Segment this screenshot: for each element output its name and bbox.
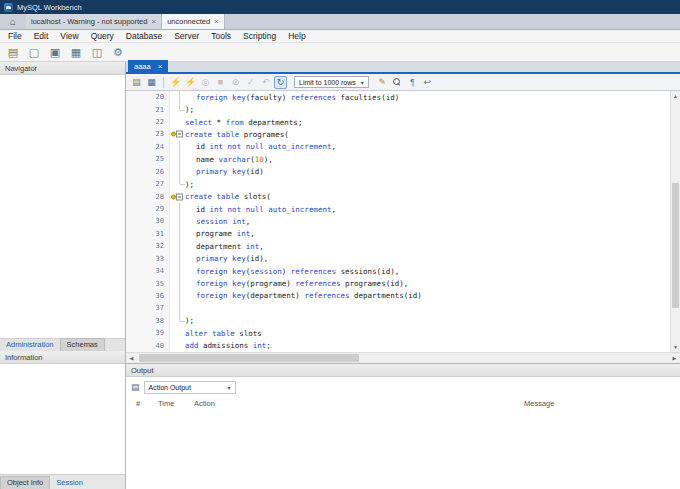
code-token: , <box>250 229 255 238</box>
vertical-scroll-thumb[interactable] <box>672 183 679 308</box>
fold-line <box>179 240 180 252</box>
code-line[interactable]: 21); <box>126 103 670 115</box>
code-token: session <box>250 267 282 276</box>
code-token: add <box>185 341 199 350</box>
preferences-icon[interactable]: ⚙ <box>111 47 125 58</box>
navigator-body[interactable] <box>0 75 125 338</box>
action-output-dropdown[interactable]: Action Output ▾ <box>144 381 236 394</box>
open-script-icon[interactable]: ▤ <box>130 76 143 89</box>
horizontal-scroll-track[interactable] <box>137 353 669 363</box>
menu-file[interactable]: File <box>2 31 28 41</box>
code-token: foreign key <box>196 267 246 276</box>
output-column-num: # <box>136 399 158 408</box>
execute-icon[interactable]: ⚡ <box>169 76 182 89</box>
limit-rows-dropdown[interactable]: Limit to 1000 rows▾ <box>294 76 369 88</box>
code-token: sessions(id), <box>336 267 399 276</box>
fold-collapse-icon[interactable] <box>176 193 183 200</box>
server-status-icon[interactable]: ◫ <box>90 47 104 58</box>
sidebar-tab-administration[interactable]: Administration <box>0 339 60 351</box>
menu-query[interactable]: Query <box>85 31 120 41</box>
code-line[interactable]: 36foreign key(department) references dep… <box>126 290 670 302</box>
code-line[interactable]: 31programe int, <box>126 228 670 240</box>
horizontal-scroll-thumb[interactable] <box>139 354 359 362</box>
code-line[interactable]: 25name varchar(10), <box>126 153 670 165</box>
code-token: int <box>237 229 251 238</box>
close-tab-icon[interactable]: × <box>151 17 156 26</box>
menu-help[interactable]: Help <box>282 31 311 41</box>
open-sql-script-icon[interactable]: ▢ <box>27 47 41 58</box>
code-token: * <box>212 118 226 127</box>
code-line[interactable]: 24id int not null auto_increment, <box>126 141 670 153</box>
menu-server[interactable]: Server <box>168 31 205 41</box>
code-line[interactable]: 34foreign key(session) references sessio… <box>126 265 670 277</box>
code-line[interactable]: 32department int, <box>126 240 670 252</box>
code-line[interactable]: 26primary key(id) <box>126 166 670 178</box>
fold-collapse-icon[interactable] <box>176 131 183 138</box>
code-lines[interactable]: 20foreign key(faculty) references facult… <box>126 91 670 352</box>
vertical-scroll-track[interactable] <box>671 101 680 342</box>
code-line[interactable]: 38); <box>126 315 670 327</box>
code-token: (id), <box>246 254 269 263</box>
fold-margin <box>170 290 185 302</box>
sidebar-tab-schemas[interactable]: Schemas <box>60 338 105 351</box>
create-schema-icon[interactable]: ▣ <box>48 47 62 58</box>
code-line[interactable]: 30session int, <box>126 215 670 227</box>
create-table-icon[interactable]: ▦ <box>69 47 83 58</box>
editor-tab-aaaa[interactable]: aaaa × <box>128 60 168 72</box>
line-number: 26 <box>126 166 170 178</box>
fold-margin <box>170 203 185 215</box>
code-token: faculties(id) <box>336 93 399 102</box>
line-number: 31 <box>126 228 170 240</box>
code-token: primary key <box>196 254 246 263</box>
sidebar-tab-session[interactable]: Session <box>50 477 89 489</box>
horizontal-scrollbar[interactable]: ◀ ▶ <box>126 352 680 363</box>
home-tab[interactable]: ⌂ <box>0 14 26 29</box>
code-text: create table programes( <box>185 130 289 139</box>
autocommit-icon[interactable]: ↻ <box>274 76 287 89</box>
code-line[interactable]: 37 <box>126 302 670 314</box>
fold-line <box>179 302 180 314</box>
output-column-time: Time <box>158 399 194 408</box>
scroll-down-icon[interactable]: ▼ <box>671 342 680 352</box>
code-token: int <box>253 341 267 350</box>
sidebar-tab-object-info[interactable]: Object Info <box>0 476 50 489</box>
code-token: id <box>196 142 210 151</box>
fold-margin <box>170 128 185 140</box>
code-token: , <box>259 242 264 251</box>
code-line[interactable]: 29id int not null auto_increment, <box>126 203 670 215</box>
code-line[interactable]: 23create table programes( <box>126 128 670 140</box>
scroll-left-icon[interactable]: ◀ <box>126 355 137 361</box>
scroll-right-icon[interactable]: ▶ <box>669 355 680 361</box>
new-query-tab-icon[interactable]: ▤ <box>6 47 20 58</box>
scroll-up-icon[interactable]: ▲ <box>671 91 680 101</box>
code-line[interactable]: 39alter table slots <box>126 327 670 339</box>
window-tab[interactable]: localhost - Warning - not supported× <box>26 14 162 29</box>
beautify-icon[interactable]: ✎ <box>376 76 389 89</box>
code-token: int <box>232 217 246 226</box>
code-line[interactable]: 40add admissions int; <box>126 339 670 351</box>
code-line[interactable]: 20foreign key(faculty) references facult… <box>126 91 670 103</box>
close-editor-tab-icon[interactable]: × <box>158 62 163 71</box>
save-script-icon[interactable]: ▦ <box>145 76 158 89</box>
code-text: add admissions int; <box>185 341 271 350</box>
main-toolbar: ▤▢▣▦◫⚙ <box>0 43 680 62</box>
code-line[interactable]: 35foreign key(programe) references progr… <box>126 277 670 289</box>
window-tab[interactable]: unconnected× <box>162 14 225 29</box>
vertical-scrollbar[interactable]: ▲ ▼ <box>670 91 680 352</box>
menu-edit[interactable]: Edit <box>28 31 55 41</box>
close-tab-icon[interactable]: × <box>214 17 219 26</box>
wrap-text-icon[interactable]: ↩ <box>421 76 434 89</box>
execute-current-icon[interactable]: ⚡ <box>184 76 197 89</box>
menu-database[interactable]: Database <box>120 31 168 41</box>
code-line[interactable]: 28create table slots( <box>126 190 670 202</box>
code-line[interactable]: 22select * from departments; <box>126 116 670 128</box>
code-line[interactable]: 33primary key(id), <box>126 252 670 264</box>
menu-tools[interactable]: Tools <box>205 31 237 41</box>
find-icon[interactable] <box>391 76 404 89</box>
main-area: Navigator AdministrationSchemas Informat… <box>0 62 680 489</box>
menu-scripting[interactable]: Scripting <box>237 31 282 41</box>
menu-view[interactable]: View <box>54 31 84 41</box>
navigator-title: Navigator <box>5 64 37 73</box>
invisible-chars-icon[interactable]: ¶ <box>406 76 419 89</box>
code-line[interactable]: 27); <box>126 178 670 190</box>
